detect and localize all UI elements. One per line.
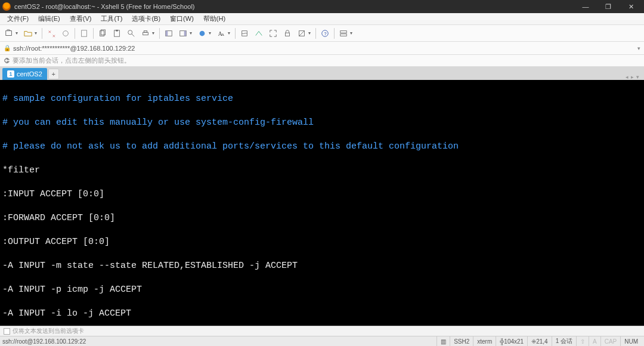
terminal-line: # you can edit this manually or use syst… — [2, 117, 642, 129]
terminal-line: :INPUT ACCEPT [0:0] — [2, 189, 642, 200]
open-session-icon[interactable] — [21, 27, 35, 40]
toolbar-separator — [75, 28, 75, 39]
terminal-line: # please do not ask us to add additional… — [2, 141, 642, 153]
svg-rect-13 — [184, 30, 187, 36]
tab-bar: 1 centOS2 + ◂ ▸ ▾ — [0, 67, 644, 80]
hint-bar: ⮈ 要添加当前会话，点击左侧的箭头按钮。 — [0, 55, 644, 67]
svg-point-14 — [200, 30, 205, 36]
dropdown-icon[interactable]: ▾ — [190, 30, 194, 36]
menu-view[interactable]: 查看(V) — [65, 13, 97, 24]
panel-right-icon[interactable] — [177, 27, 190, 40]
menu-window[interactable]: 窗口(W) — [165, 13, 199, 24]
toolbar: ▾ ▾ ▾ ▾ ▾ AA ▾ ▾ ? ▾ — [0, 25, 644, 42]
compose-checkbox[interactable] — [4, 328, 10, 335]
sessions-panel-icon[interactable] — [337, 27, 350, 40]
tab-next-icon[interactable]: ▸ — [631, 74, 634, 80]
disconnect-icon[interactable] — [59, 27, 72, 40]
help-icon[interactable]: ? — [318, 27, 332, 40]
properties-icon[interactable] — [78, 27, 91, 40]
svg-point-7 — [128, 30, 132, 34]
svg-rect-22 — [340, 33, 347, 36]
status-mod2: A — [589, 336, 600, 346]
xftp-icon[interactable] — [252, 27, 265, 40]
paste-icon[interactable] — [110, 27, 123, 40]
app-icon — [2, 2, 11, 11]
status-size: ╬ 104x21 — [496, 336, 527, 346]
find-icon[interactable] — [125, 27, 138, 40]
font-icon[interactable]: AA — [215, 27, 228, 40]
dropdown-icon[interactable]: ▾ — [308, 30, 313, 36]
tab-list-icon[interactable]: ▾ — [636, 74, 639, 80]
compose-placeholder[interactable]: 仅将文本发送到当前选项卡 — [13, 327, 84, 335]
color-scheme-icon[interactable] — [196, 27, 209, 40]
status-term: xterm — [473, 336, 496, 346]
menu-tools[interactable]: 工具(T) — [96, 13, 127, 24]
terminal-line: -A INPUT -i lo -j ACCEPT — [2, 308, 642, 320]
compose-bar: 仅将文本发送到当前选项卡 — [0, 326, 644, 336]
dropdown-icon[interactable]: ▾ — [152, 30, 157, 36]
dropdown-icon[interactable]: ▾ — [35, 30, 39, 36]
menu-tabs[interactable]: 选项卡(B) — [127, 13, 165, 24]
toolbar-separator — [42, 28, 42, 39]
transparency-icon[interactable] — [295, 27, 308, 40]
dropdown-icon[interactable]: ▾ — [228, 30, 233, 36]
lock-screen-icon[interactable] — [281, 27, 294, 40]
svg-point-1 — [63, 30, 69, 36]
script-icon[interactable] — [238, 27, 251, 40]
menu-edit[interactable]: 编辑(E) — [33, 13, 65, 24]
address-bar: 🔒 ssh://root:***********@192.168.100.129… — [0, 42, 644, 55]
fullscreen-icon[interactable] — [267, 27, 280, 40]
terminal-line: # sample configuration for iptables serv… — [2, 93, 642, 105]
tab-nav: ◂ ▸ ▾ — [626, 74, 642, 80]
svg-rect-6 — [116, 29, 118, 31]
reconnect-icon[interactable] — [45, 27, 58, 40]
dropdown-icon[interactable]: ▾ — [209, 30, 213, 36]
svg-text:?: ? — [324, 30, 327, 36]
terminal-line: :FORWARD ACCEPT [0:0] — [2, 212, 642, 224]
svg-rect-11 — [166, 30, 168, 36]
dropdown-icon[interactable]: ▾ — [350, 30, 355, 36]
svg-rect-21 — [340, 30, 347, 33]
address-text[interactable]: ssh://root:***********@192.168.100.129:2… — [13, 45, 635, 52]
print-icon[interactable] — [139, 27, 152, 40]
panel-left-icon[interactable] — [162, 27, 175, 40]
tab-session-centos2[interactable]: 1 centOS2 — [2, 68, 47, 80]
terminal-line: *filter — [2, 165, 642, 177]
status-sessions: 1 会话 — [552, 336, 576, 346]
maximize-button[interactable]: ❐ — [597, 1, 619, 13]
toolbar-separator — [315, 28, 316, 39]
tab-prev-icon[interactable]: ◂ — [626, 74, 628, 80]
terminal-line: -A INPUT -m state --state RELATED,ESTABL… — [2, 260, 642, 272]
status-network-icon: ▥ — [436, 336, 450, 346]
svg-rect-8 — [143, 32, 148, 35]
title-bar: centOS2 - root@localhost:~ - Xshell 5 (F… — [0, 0, 644, 13]
hint-text: 要添加当前会话，点击左侧的箭头按钮。 — [13, 56, 131, 65]
tab-number: 1 — [7, 70, 14, 78]
svg-rect-9 — [144, 30, 147, 32]
svg-rect-17 — [286, 33, 290, 36]
toolbar-separator — [334, 28, 335, 39]
add-session-arrow-icon[interactable]: ⮈ — [4, 57, 10, 64]
status-num: NUM — [620, 336, 642, 346]
terminal-line: -A INPUT -p icmp -j ACCEPT — [2, 284, 642, 296]
window-title: centOS2 - root@localhost:~ - Xshell 5 (F… — [14, 3, 575, 10]
svg-rect-0 — [6, 30, 12, 35]
menu-file[interactable]: 文件(F) — [2, 13, 33, 24]
status-cap: CAP — [600, 336, 621, 346]
menu-help[interactable]: 帮助(H) — [199, 13, 230, 24]
copy-icon[interactable] — [96, 27, 109, 40]
toolbar-separator — [93, 28, 94, 39]
new-session-icon[interactable] — [2, 27, 16, 40]
svg-text:A: A — [221, 32, 224, 36]
dropdown-icon[interactable]: ▾ — [16, 30, 20, 36]
close-button[interactable]: ✕ — [620, 1, 642, 13]
terminal-line: :OUTPUT ACCEPT [0:0] — [2, 236, 642, 248]
terminal[interactable]: # sample configuration for iptables serv… — [0, 80, 644, 326]
minimize-button[interactable]: — — [575, 1, 596, 13]
address-dropdown-icon[interactable]: ▾ — [637, 45, 640, 51]
tab-add-button[interactable]: + — [48, 69, 59, 79]
status-bar: ssh://root@192.168.100.129:22 ▥ SSH2 xte… — [0, 336, 644, 346]
lock-icon: 🔒 — [4, 45, 11, 51]
svg-rect-2 — [82, 30, 87, 36]
status-connection: ssh://root@192.168.100.129:22 — [2, 338, 436, 345]
